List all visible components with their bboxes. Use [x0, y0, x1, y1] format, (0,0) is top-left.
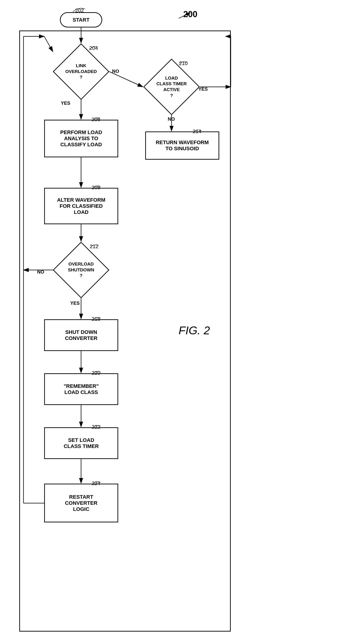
- start-label: START: [73, 17, 90, 23]
- shut-down-label: SHUT DOWNCONVERTER: [65, 329, 97, 341]
- ref-206: 206: [92, 116, 100, 122]
- link-overloaded-wrapper: LINKOVERLOADED?: [53, 44, 109, 100]
- alter-waveform-label: ALTER WAVEFORMFOR CLASSIFIEDLOAD: [57, 197, 106, 215]
- overload-shutdown-label: OVERLOADSHUTDOWN?: [68, 261, 94, 279]
- alter-waveform-node: ALTER WAVEFORMFOR CLASSIFIEDLOAD: [44, 188, 118, 224]
- overload-shutdown-wrapper: OVERLOADSHUTDOWN?: [53, 242, 109, 298]
- no-label-load-class-timer: NO: [168, 116, 175, 122]
- perform-load-node: PERFORM LOADANALYSIS TOCLASSIFY LOAD: [44, 120, 118, 157]
- ref-214: 214: [193, 128, 201, 134]
- ref-208: 208: [92, 184, 100, 191]
- ref-202: 202: [75, 8, 84, 14]
- remember-node: "REMEMBER"LOAD CLASS: [44, 373, 118, 405]
- link-overloaded-label: LINKOVERLOADED?: [65, 63, 97, 80]
- ref-224: 224: [92, 480, 100, 486]
- fig-2-label: FIG. 2: [179, 324, 210, 337]
- remember-label: "REMEMBER"LOAD CLASS: [64, 383, 99, 395]
- load-class-timer-label: LOADCLASS TIMERACTIVE?: [157, 75, 187, 98]
- diagram-container: 200 FIG. 2 START 202 LINKOVERLOADED? 204…: [0, 0, 352, 644]
- ref-218: 218: [92, 316, 100, 322]
- load-class-timer-wrapper: LOADCLASS TIMERACTIVE?: [143, 59, 200, 115]
- restart-label: RESTARTCONVERTERLOGIC: [65, 494, 97, 512]
- start-node: START: [60, 12, 102, 28]
- yes-label-overload-shutdown: YES: [70, 300, 80, 306]
- ref-210: 210: [179, 60, 188, 66]
- no-label-link-overloaded: NO: [112, 68, 119, 74]
- no-label-overload-shutdown: NO: [37, 269, 44, 275]
- set-load-node: SET LOADCLASS TIMER: [44, 427, 118, 459]
- return-waveform-label: RETURN WAVEFORMTO SINUSOID: [156, 140, 209, 152]
- perform-load-label: PERFORM LOADANALYSIS TOCLASSIFY LOAD: [60, 129, 102, 148]
- yes-label-link-overloaded: YES: [61, 100, 70, 106]
- yes-label-load-class-timer: YES: [198, 86, 208, 92]
- set-load-label: SET LOADCLASS TIMER: [64, 437, 99, 449]
- ref-204: 204: [89, 45, 98, 51]
- figure-200-label: 200: [183, 10, 197, 19]
- shut-down-node: SHUT DOWNCONVERTER: [44, 319, 118, 351]
- ref-212: 212: [90, 244, 99, 250]
- return-waveform-node: RETURN WAVEFORMTO SINUSOID: [145, 132, 219, 160]
- ref-222: 222: [92, 424, 100, 430]
- restart-node: RESTARTCONVERTERLOGIC: [44, 484, 118, 522]
- ref-220: 220: [92, 370, 100, 376]
